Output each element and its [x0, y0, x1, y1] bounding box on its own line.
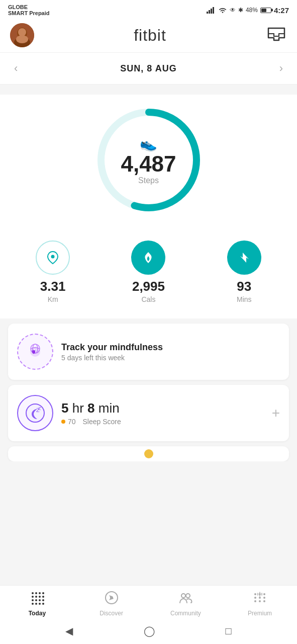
discover-label: Discover	[100, 610, 123, 617]
bottom-spacer	[0, 461, 297, 471]
sleep-score-value: 70	[68, 418, 76, 426]
active-value: 93	[237, 279, 251, 294]
distance-value: 3.31	[40, 279, 66, 294]
status-bar: GLOBE SMART Prepaid 👁 ✱ 48% 4:27	[0, 0, 297, 18]
svg-point-16	[34, 349, 35, 351]
steps-section[interactable]: 👟 4,487 Steps	[0, 95, 297, 230]
mindfulness-text: Track your mindfulness 5 days left this …	[61, 342, 280, 362]
mindfulness-icon	[24, 341, 46, 363]
shoe-icon: 👟	[121, 135, 176, 152]
svg-point-21	[35, 592, 37, 594]
today-label: Today	[29, 610, 46, 617]
mindfulness-card[interactable]: Track your mindfulness 5 days left this …	[8, 324, 289, 380]
svg-point-22	[39, 592, 41, 594]
svg-point-44	[259, 597, 261, 599]
svg-point-47	[259, 600, 261, 602]
calories-unit: Cals	[141, 295, 155, 303]
svg-point-43	[254, 597, 256, 599]
carrier-info: GLOBE SMART Prepaid	[8, 4, 50, 16]
nav-spacer	[0, 471, 297, 532]
signal-icon	[207, 7, 216, 14]
calories-stat[interactable]: 2,995 Cals	[131, 240, 165, 303]
active-unit: Mins	[237, 295, 252, 303]
avatar-image	[10, 23, 34, 47]
bottom-navigation: Today Discover Co	[0, 585, 297, 644]
status-icons: 👁 ✱ 48% 4:27	[207, 6, 289, 15]
recents-button[interactable]: □	[226, 625, 232, 637]
svg-point-48	[263, 600, 265, 602]
svg-text:Z: Z	[38, 406, 41, 411]
distance-unit: Km	[48, 295, 58, 303]
sleep-add-button[interactable]: +	[272, 405, 280, 421]
svg-point-11	[51, 255, 55, 259]
steps-ring[interactable]: 👟 4,487 Steps	[93, 105, 204, 215]
mindfulness-subtitle: 5 days left this week	[61, 354, 280, 362]
svg-point-23	[42, 592, 44, 594]
calories-icon	[131, 240, 165, 275]
svg-marker-12	[240, 253, 249, 263]
mindfulness-title: Track your mindfulness	[61, 342, 280, 353]
eye-icon: 👁	[230, 7, 236, 14]
active-mins-stat[interactable]: 93 Mins	[227, 240, 261, 303]
svg-point-33	[35, 603, 37, 605]
steps-center: 👟 4,487 Steps	[121, 135, 176, 185]
svg-point-31	[42, 599, 44, 601]
svg-point-40	[254, 593, 256, 595]
battery-percent: 48%	[246, 7, 258, 14]
steps-label: Steps	[121, 176, 176, 185]
svg-point-34	[39, 603, 41, 605]
premium-icon	[253, 591, 267, 608]
svg-point-26	[39, 596, 41, 598]
svg-point-32	[32, 603, 34, 605]
svg-point-42	[263, 593, 265, 595]
peek-dot	[144, 449, 153, 458]
svg-point-25	[35, 596, 37, 598]
sleep-icon: Z Z	[24, 402, 46, 424]
sleep-score-label: Sleep Score	[82, 418, 121, 426]
time-display: 4:27	[274, 6, 289, 15]
tab-discover[interactable]: Discover	[94, 591, 129, 617]
community-icon	[178, 591, 192, 608]
svg-point-45	[263, 597, 265, 599]
svg-point-17	[26, 404, 44, 422]
brand-name: fitbit	[134, 26, 166, 45]
distance-icon	[36, 240, 70, 275]
date-navigation: ‹ SUN, 8 AUG ›	[0, 53, 297, 85]
tab-premium[interactable]: Premium	[242, 591, 277, 617]
svg-rect-3	[213, 7, 214, 14]
home-button[interactable]: ◯	[144, 625, 155, 637]
current-date: SUN, 8 AUG	[120, 63, 176, 74]
svg-point-46	[254, 600, 256, 602]
svg-rect-1	[209, 10, 210, 14]
back-button[interactable]: ◀	[65, 625, 73, 637]
steps-count: 4,487	[121, 153, 176, 175]
svg-point-7	[18, 28, 26, 36]
svg-point-28	[32, 599, 34, 601]
next-day-button[interactable]: ›	[275, 60, 287, 77]
prev-day-button[interactable]: ‹	[10, 60, 22, 77]
nav-tabs: Today Discover Co	[0, 586, 297, 620]
svg-point-24	[32, 596, 34, 598]
sleep-text: 5 hr 8 min 70 Sleep Score	[61, 400, 264, 426]
community-label: Community	[170, 610, 201, 617]
sleep-icon-wrap: Z Z	[17, 395, 53, 431]
main-content: 👟 4,487 Steps 3.31 Km	[0, 85, 297, 542]
bluetooth-icon: ✱	[238, 7, 243, 14]
svg-point-29	[35, 599, 37, 601]
score-dot	[61, 420, 65, 424]
sleep-duration: 5 hr 8 min	[61, 400, 264, 416]
discover-icon	[105, 591, 119, 608]
svg-rect-2	[211, 9, 212, 14]
tab-today[interactable]: Today	[20, 591, 55, 617]
tab-community[interactable]: Community	[168, 591, 203, 617]
svg-point-8	[16, 35, 28, 43]
mindfulness-icon-wrap	[17, 334, 53, 370]
svg-rect-0	[207, 12, 208, 14]
active-icon	[227, 240, 261, 275]
inbox-button[interactable]	[266, 25, 287, 46]
svg-point-30	[39, 599, 41, 601]
distance-stat[interactable]: 3.31 Km	[36, 240, 70, 303]
premium-label: Premium	[248, 610, 272, 617]
sleep-card[interactable]: Z Z 5 hr 8 min 70 Sleep Score +	[8, 385, 289, 441]
avatar[interactable]	[10, 23, 34, 47]
